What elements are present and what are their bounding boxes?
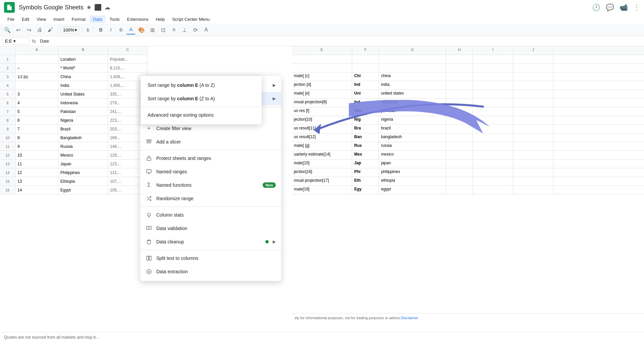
table-row: us res [f] Pak pakistan (292, 107, 644, 116)
toolbar: 🔍 ↩ ↪ 🖨 🖌 100% ▾ $ B I S A 🎨 ⊞ ⊡ ≡ ⊥ ⟳ A (0, 24, 644, 36)
underline-button[interactable]: A (126, 25, 136, 35)
table-row: 14 12 Philippines 112,... (0, 168, 148, 177)
cleanup-arrow: ▶ (273, 239, 276, 244)
split-text-item[interactable]: Split text to columns (140, 251, 281, 265)
col-header-j[interactable]: J (513, 46, 553, 55)
menu-file[interactable]: File (4, 15, 18, 23)
named-ranges-label: Named ranges (156, 169, 276, 174)
drive-icon[interactable]: ⬛ (94, 4, 102, 11)
menu-script-center[interactable]: Script Center Menu (169, 15, 213, 23)
table-row: mate[ [g] Rus russia (292, 142, 644, 151)
menu-divider-3 (140, 207, 281, 207)
table-row (292, 64, 644, 72)
currency-format[interactable]: $ (85, 27, 90, 33)
disclaimer-text: ely for informational purposes, not for … (294, 316, 401, 320)
split-icon (146, 255, 152, 262)
table-row: 11 9 Russia 146,... (0, 142, 148, 151)
col-header-i[interactable]: I (473, 46, 513, 55)
split-text-label: Split text to columns (156, 255, 276, 261)
col-headers: A B C (0, 46, 148, 55)
menu-view[interactable]: View (33, 15, 49, 23)
bold-button[interactable]: B (96, 25, 105, 35)
cell-reference-box[interactable]: E:E ▾ (3, 38, 30, 45)
advanced-sort-item[interactable]: Advanced range sorting options (141, 108, 262, 122)
menu-help[interactable]: Help (152, 15, 168, 23)
print-icon[interactable]: 🖨 (35, 25, 44, 35)
status-bar: Quotes are not sourced from all markets … (0, 332, 644, 342)
borders-icon[interactable]: ⊞ (148, 25, 157, 35)
data-cleanup-item[interactable]: Data cleanup ▶ (140, 235, 281, 248)
named-functions-item[interactable]: Σ Named functions New (140, 178, 281, 192)
table-row: 9 7 Brazil 203,... (0, 125, 148, 133)
table-row: nnual projection[8] Ind indonesia (292, 99, 644, 107)
data-validation-item[interactable]: Data validation (140, 222, 281, 235)
menu-insert[interactable]: Insert (50, 15, 68, 23)
data-validation-label: Data validation (156, 226, 276, 231)
menu-bar: File Edit View Insert Format Data Tools … (0, 15, 644, 24)
strikethrough-button[interactable]: S (116, 25, 125, 35)
col-header-a[interactable]: A (15, 46, 58, 55)
bulb-icon (146, 212, 152, 218)
table-row: mate[ [c] Chi china (292, 72, 644, 81)
text-color-icon[interactable]: A (201, 25, 211, 35)
redo-icon[interactable]: ↪ (24, 25, 34, 35)
table-row: 6 4 Indonesia 279... (0, 99, 148, 107)
search-toolbar-icon[interactable]: 🔍 (3, 25, 12, 35)
data-extraction-label: Data extraction (156, 269, 276, 274)
add-slicer-label: Add a slicer (156, 139, 276, 145)
col-header-g[interactable]: G (379, 46, 446, 55)
fill-color-icon[interactable]: 🎨 (137, 25, 146, 35)
history-icon[interactable]: 🕐 (592, 3, 600, 11)
menu-extensions[interactable]: Extensions (124, 15, 152, 23)
cleanup-dot (265, 240, 269, 243)
sort-range-za-item[interactable]: Sort range by column E (Z to A) (141, 92, 262, 105)
svg-rect-10 (147, 140, 151, 141)
col-header-f[interactable]: F (352, 46, 379, 55)
more-icon[interactable]: ⋮ (633, 3, 640, 11)
col-header-b[interactable]: B (58, 46, 108, 55)
zoom-selector[interactable]: 100% ▾ (61, 26, 79, 34)
disclaimer-link[interactable]: Disclaimer (401, 316, 418, 320)
valign-icon[interactable]: ⊥ (180, 25, 189, 35)
new-badge: New (263, 182, 276, 188)
cleanup-icon (146, 238, 152, 245)
named-ranges-item[interactable]: Named ranges (140, 165, 281, 178)
align-icon[interactable]: ≡ (169, 25, 178, 35)
video-icon[interactable]: 📹 (620, 3, 628, 11)
sort-range-az-item[interactable]: Sort range by column E (A to Z) (141, 78, 262, 92)
svg-rect-20 (147, 226, 151, 229)
col-header-c[interactable]: C (108, 46, 148, 55)
spreadsheet-left: A B C 1 Location Populati... 2 – * World… (0, 46, 148, 322)
file-title: Symbols Google Sheets (19, 4, 84, 11)
menu-tools[interactable]: Tools (106, 15, 123, 23)
sort-submenu: Sort range by column E (A to Z) Sort ran… (141, 76, 262, 124)
table-row: us result[12] Ban bangladesh (292, 133, 644, 142)
menu-format[interactable]: Format (68, 15, 89, 23)
menu-data[interactable]: Data (90, 15, 105, 23)
data-extraction-item[interactable]: Data extraction (140, 265, 281, 278)
status-text: Quotes are not sourced from all markets … (4, 335, 99, 340)
col-header-h[interactable]: H (446, 46, 473, 55)
italic-button[interactable]: I (106, 25, 115, 35)
formula-input[interactable]: Date (39, 38, 641, 44)
menu-edit[interactable]: Edit (18, 15, 33, 23)
undo-icon[interactable]: ↩ (13, 25, 23, 35)
table-row: jection[10] Nig nigeria (292, 116, 644, 125)
randomize-range-item[interactable]: Randomize range (140, 192, 281, 205)
protect-sheets-item[interactable]: Protect sheets and ranges (140, 152, 281, 165)
comment-icon[interactable]: 💬 (606, 3, 614, 11)
merge-cells-icon[interactable]: ⊡ (158, 25, 168, 35)
toolbar-divider-3 (93, 26, 93, 33)
table-row: 12 10 Mexico 129,... (0, 151, 148, 160)
table-row: us result[11] Bra brazil (292, 125, 644, 133)
paint-format-icon[interactable]: 🖌 (46, 25, 55, 35)
table-row: jection [d] Ind india (292, 81, 644, 90)
star-icon[interactable]: ★ (86, 4, 92, 11)
cloud-save-icon[interactable]: ☁ (104, 4, 110, 11)
column-stats-item[interactable]: Column stats (140, 208, 281, 222)
randomize-range-label: Randomize range (156, 196, 276, 201)
col-header-e[interactable]: E (292, 46, 352, 55)
table-row: uarterly estimate[14] Mex mexico (292, 151, 644, 160)
add-slicer-item[interactable]: Add a slicer (140, 135, 281, 149)
text-rotate-icon[interactable]: ⟳ (191, 25, 200, 35)
